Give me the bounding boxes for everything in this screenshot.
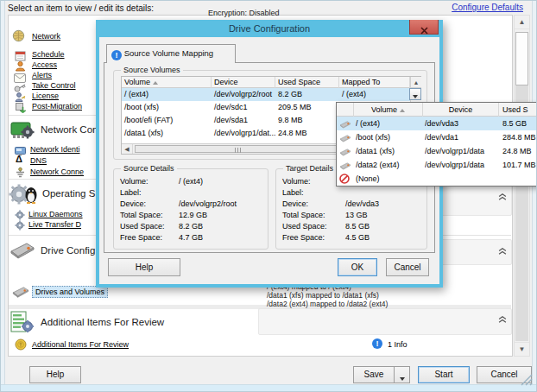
select-item-note: Select an item to view / edit its detail… [8, 3, 154, 13]
dropdown-option-data2-ext4[interactable]: /data2 (ext4) /dev/volgrp1/data 101.7 MB [337, 158, 537, 172]
sidebar-item-license[interactable]: License [32, 92, 59, 100]
sort-ascending-icon [153, 81, 158, 85]
tab-source-volume-mapping[interactable]: ! Source Volume Mapping [106, 44, 236, 63]
save-dropdown-arrow-icon[interactable] [394, 367, 409, 383]
column-header-used-space[interactable]: Used Space [275, 77, 339, 88]
sidebar-item-linux-daemons[interactable]: Linux Daemons [28, 210, 83, 218]
mapped-summary-line: /data2 (ext4) mapped to /data2 (ext4) [267, 300, 388, 308]
detail-row: Total Space:12.9 GB [114, 210, 266, 221]
window-left-edge [1, 1, 5, 392]
collapse-chevron-icon[interactable] [498, 189, 509, 199]
detail-row: Volume:/ (ext4) [114, 176, 266, 187]
dns-delta-icon: Δ [16, 154, 22, 164]
sidebar-item-access[interactable]: Access [32, 60, 57, 69]
collapse-chevron-icon[interactable] [498, 243, 509, 254]
chevron-down-icon [413, 95, 418, 98]
live-transfer-gear-icon [15, 218, 25, 234]
source-volumes-legend: Source Volumes [121, 66, 183, 74]
dropdown-option-boot-xfs[interactable]: /boot (xfs) /dev/vda1 284.8 MB [337, 130, 537, 144]
sidebar-item-post-migration[interactable]: Post-Migration [32, 102, 82, 111]
close-icon [420, 27, 428, 35]
target-details-legend: Target Details [283, 164, 336, 173]
source-details-legend: Source Details [121, 164, 177, 173]
section-header-network-configuration: Network Con [41, 124, 98, 135]
info-badge-icon: ! [372, 338, 382, 349]
sidebar-item-network-connections[interactable]: Network Conne [30, 168, 84, 176]
dropdown-column-used[interactable]: Used S [499, 103, 537, 117]
detail-row: Free Space:4.7 GB [114, 232, 266, 243]
mapped-summary-line: /data1 (xfs) mapped to /data1 (xfs) [267, 291, 379, 300]
detail-row: Device:/dev/vda3 [276, 199, 425, 210]
application-window: Select an item to view / edit its detail… [0, 0, 537, 392]
dropdown-column-volume[interactable]: Volume [354, 103, 423, 117]
network-connections-plug-icon [15, 166, 26, 181]
section-header-drive-configuration: Drive Config [41, 245, 95, 256]
table-row-root-ext4[interactable]: / (ext4) /dev/volgrp2/root 8.2 GB / (ext… [122, 88, 410, 101]
detail-row: Free Space:4.5 GB [276, 232, 425, 243]
mapped-to-combo-button[interactable] [409, 88, 421, 100]
operating-system-gear-penguin-icon [8, 181, 39, 211]
sidebar-item-take-control[interactable]: Take Control [32, 81, 76, 90]
tab-info-icon: ! [111, 50, 122, 60]
network-card-icon [9, 120, 35, 144]
dialog-close-button[interactable] [409, 20, 439, 35]
sort-ascending-icon [400, 109, 405, 112]
detail-row: Device:/dev/volgrp2/root [114, 199, 266, 210]
sidebar-item-alerts[interactable]: Alerts [32, 71, 52, 79]
dropdown-header-row: Volume Device Used S [337, 103, 537, 117]
network-globe-icon [12, 29, 25, 46]
detail-row: Total Space:13 GB [276, 210, 425, 221]
info-badge-count: 1 Info [388, 340, 407, 349]
window-right-edge [532, 1, 536, 392]
encryption-status: Encryption: Disabled [208, 9, 280, 17]
table-hscrollbar-thumb[interactable] [135, 145, 340, 153]
dropdown-option-data1-xfs[interactable]: /data1 (xfs) /dev/volgrp1/data 24.8 MB [337, 144, 537, 158]
dropdown-option-root-ext4[interactable]: / (ext4) /dev/vda3 8.5 GB [337, 117, 537, 130]
tab-label: Source Volume Mapping [124, 48, 214, 58]
column-header-device[interactable]: Device [212, 77, 275, 88]
detail-row: Label: [276, 187, 425, 199]
save-button[interactable]: Save [354, 367, 394, 383]
sidebar-item-network[interactable]: Network [32, 32, 60, 41]
sidebar-item-schedule[interactable]: Schedule [32, 50, 65, 59]
table-scroll-up-icon[interactable]: ▲ [411, 77, 421, 88]
table-scroll-left-icon[interactable]: ◀ [122, 144, 133, 154]
dialog-cancel-button[interactable]: Cancel [386, 258, 429, 276]
dropdown-option-none[interactable]: (None) [337, 172, 537, 186]
sidebar-item-dns[interactable]: DNS [30, 156, 47, 165]
column-header-volume[interactable]: Volume [122, 77, 212, 88]
scrollbar-thumb[interactable] [515, 32, 528, 85]
scroll-up-icon[interactable]: ▲ [515, 16, 529, 29]
dialog-ok-button[interactable]: OK [338, 258, 377, 276]
start-button[interactable]: Start [418, 366, 470, 383]
column-header-mapped-to[interactable]: Mapped To [339, 77, 410, 88]
help-button[interactable]: Help [29, 366, 81, 383]
table-header-row: Volume Device Used Space Mapped To [122, 77, 420, 88]
review-document-gear-icon [9, 311, 34, 337]
collapse-chevron-icon[interactable] [498, 312, 509, 322]
dropdown-icon-column [337, 103, 354, 117]
none-prohibited-icon [339, 174, 350, 187]
post-migration-icon [15, 101, 26, 117]
resize-grip[interactable] [521, 374, 533, 389]
coin-icon [15, 338, 27, 354]
scroll-down-icon[interactable]: ▼ [515, 342, 529, 356]
section-header-operating-system: Operating S [42, 188, 95, 199]
detail-row: Used Space:8.5 GB [276, 221, 425, 232]
section-header-additional-items: Additional Items For Review [41, 317, 164, 327]
sidebar-item-additional-items-review[interactable]: Additional Items For Review [32, 340, 129, 349]
dropdown-column-device[interactable]: Device [423, 103, 499, 117]
mapped-to-dropdown-popup: Volume Device Used S / (ext4) /dev/vda3 … [336, 102, 537, 187]
sidebar-item-network-identity[interactable]: Network Identi [30, 145, 80, 154]
sidebar-item-drives-and-volumes[interactable]: Drives and Volumes [32, 286, 108, 298]
additional-items-summary-panel [258, 308, 512, 335]
detail-row: Label: [114, 187, 266, 199]
window-bottom-edge [1, 384, 537, 391]
sidebar-item-live-transfer[interactable]: Live Transfer D [28, 220, 81, 229]
drive-icon-large [9, 240, 35, 262]
configure-defaults-link[interactable]: Configure Defaults [452, 3, 523, 12]
dialog-help-button[interactable]: Help [108, 258, 180, 276]
source-details-groupbox: Source Details Volume:/ (ext4) Label: De… [113, 168, 268, 250]
detail-row: Used Space:8.2 GB [114, 221, 266, 232]
save-split-button[interactable]: Save [353, 366, 410, 383]
